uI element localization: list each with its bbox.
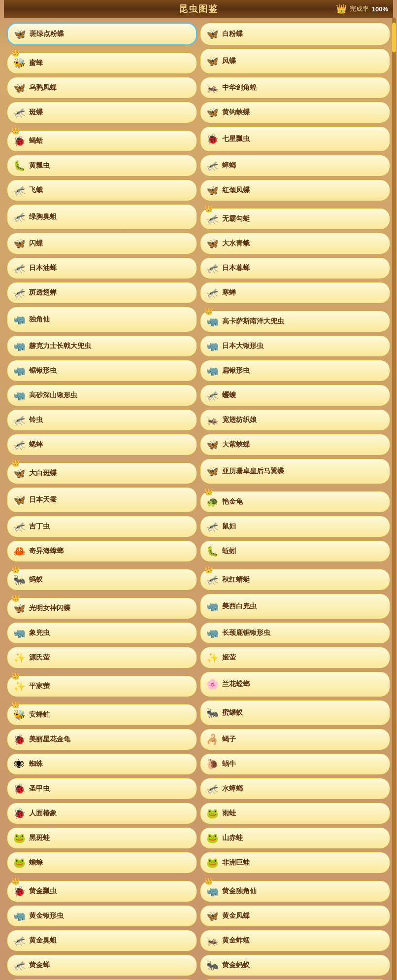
crown-small-icon: 👑 [11,877,20,885]
insect-item[interactable]: 🐸 山赤蛙 [200,827,390,849]
insect-item[interactable]: 🐸 蟾蜍 [7,852,197,874]
insect-item[interactable]: 🦟 日本暮蝉 [200,257,390,279]
insect-item[interactable]: 🐛 黄瓢虫 [7,155,197,176]
insect-item[interactable]: 🦏 黄金锹形虫 [7,905,197,927]
insect-item[interactable]: 👑 🦟 秋红蜻蜓 [200,569,390,591]
insect-item[interactable]: 🦗 中华剑角蝗 [200,77,390,99]
insect-item[interactable]: 👑 🦋 大白斑蝶 [7,462,197,484]
insect-name: 红颈凤蝶 [222,186,384,195]
insect-item[interactable]: 🦟 蟑螂 [200,155,390,176]
insect-item[interactable]: 👑 🐜 蚂蚁 [7,569,197,591]
insect-item[interactable]: 👑 🐞 黄金瓢虫 [7,880,197,902]
scrollbar-thumb[interactable] [392,23,396,52]
insect-item[interactable]: 🦋 黄钩蛱蝶 [200,102,390,123]
insect-item[interactable]: 👑 🐢 艳金龟 [200,491,390,513]
insect-item[interactable]: 🦟 铃虫 [7,409,197,431]
insect-item[interactable]: 🐞 美丽星花金龟 [7,729,197,750]
insect-item[interactable]: 🦏 独角仙 [7,307,197,332]
insect-item[interactable]: 🦟 寒蝉 [200,282,390,304]
insect-item[interactable]: 🦏 锯锹形虫 [7,360,197,382]
insect-icon: 🐞 [11,732,27,747]
insect-item[interactable]: 👑 🦏 高卡萨斯南洋大兜虫 [200,311,390,332]
insect-item[interactable]: 🌸 兰花螳螂 [200,671,390,697]
insect-item[interactable]: 🐸 雨蛙 [200,803,390,824]
insect-item[interactable]: 🦟 黄金臭蛆 [7,930,197,951]
insect-item[interactable]: 🦋 大紫蛱蝶 [200,434,390,455]
insect-item[interactable]: 🦗 宽翅纺织娘 [200,409,390,431]
insect-item[interactable]: 🦏 美西白兜虫 [200,594,390,619]
insect-item[interactable]: 👑 ✨ 平家萤 [7,675,197,697]
insect-item[interactable]: 🐸 非洲巨蛙 [200,852,390,874]
insect-item[interactable]: 👑 🐝 安蜂虻 [7,704,197,726]
insect-name: 黑斑蛙 [29,834,191,842]
insect-item[interactable]: 🦋 大水青蛾 [200,233,390,254]
insect-item[interactable]: 👑 🦏 黄金独角仙 [200,880,390,902]
insect-name: 闪蝶 [29,239,191,248]
insect-item[interactable]: 🐸 黑斑蛙 [7,827,197,849]
insect-item[interactable]: 🦋 乌鸦凤蝶 [7,77,197,99]
insect-item[interactable]: 🐜 蜜罐蚁 [200,700,390,726]
insect-icon: 🐞 [11,781,27,797]
insect-icon: 🦏 [204,314,220,329]
insect-item[interactable]: 🦋 斑绿点粉蝶 [7,23,197,45]
insect-item[interactable]: 🕷 蜘蛛 [7,753,197,775]
insect-item[interactable]: 🐞 圣甲虫 [7,778,197,800]
insect-item[interactable]: 🦟 黄金蝉 [7,954,197,976]
insect-name: 非洲巨蛙 [222,858,384,867]
insect-icon: 🦟 [204,519,220,534]
insect-item[interactable]: 👑 🦋 光明女神闪蝶 [7,597,197,619]
insect-item[interactable]: ✨ 姬萤 [200,647,390,668]
insect-name: 黄瓢虫 [29,161,191,170]
insect-item[interactable]: 🦏 长颈鹿锯锹形虫 [200,622,390,644]
insect-item[interactable]: 🦟 斑透翅蝉 [7,282,197,304]
insect-name: 蜜罐蚁 [222,708,384,717]
insect-item[interactable]: 🦟 水蟑螂 [200,778,390,800]
insect-name: 黄金蚱蜢 [222,936,384,945]
insect-item[interactable]: 🦋 红颈凤蝶 [200,179,390,201]
insect-item[interactable]: 🦏 扁锹形虫 [200,360,390,382]
insect-grid: 🦋 斑绿点粉蝶 🦋 白粉蝶 👑 🐝 蜜蜂 🦋 凤蝶 🦋 乌鸦凤蝶 🦗 中华剑角蝗… [4,21,393,980]
insect-icon: 🐞 [11,883,27,899]
insect-item[interactable]: 🦋 亚历珊卓皇后马翼蝶 [200,458,390,484]
insect-item[interactable]: 🦟 日本油蝉 [7,257,197,279]
insect-item[interactable]: 👑 🦟 无霸勾蜓 [200,208,390,230]
insect-item[interactable]: ✨ 源氏萤 [7,647,197,668]
insect-item[interactable]: 🦗 黄金蚱蜢 [200,930,390,951]
insect-item[interactable]: 👑 🐞 蝎蛞 [7,130,197,152]
insect-item[interactable]: 🐛 蚯蚓 [200,540,390,562]
insect-item[interactable]: 👑 🐝 蜜蜂 [7,52,197,74]
insect-item[interactable]: 🦟 蟋蟀 [7,434,197,455]
insect-name: 飞蛾 [29,186,191,195]
insect-item[interactable]: 🐞 人面椿象 [7,803,197,824]
insect-item[interactable]: 🦏 赫克力士长戟大兜虫 [7,335,197,357]
insect-item[interactable]: 🦏 高砂深山锹形虫 [7,385,197,406]
insect-item[interactable]: 🦟 绿胸臭蛆 [7,204,197,230]
insect-item[interactable]: 🦋 日本天蚕 [7,487,197,513]
insect-name: 蟾蜍 [29,858,191,867]
insect-item[interactable]: 🦋 黄金凤蝶 [200,905,390,927]
insect-name: 寒蝉 [222,288,384,297]
insect-item[interactable]: 🦟 鼠妇 [200,516,390,537]
insect-name: 蝎蛞 [29,137,191,145]
insect-item[interactable]: 🦂 蝎子 [200,729,390,750]
insect-item[interactable]: 🦏 日本大锹形虫 [200,335,390,357]
insect-name: 艳金龟 [222,497,384,506]
insect-item[interactable]: 🦟 斑蝶 [7,102,197,123]
insect-item[interactable]: 🦀 奇异海蟑螂 [7,540,197,562]
insect-item[interactable]: 🦟 吉丁虫 [7,516,197,537]
insect-icon: 🐜 [11,572,27,588]
insect-item[interactable]: 🦋 凤蝶 [200,48,390,74]
insect-item[interactable]: 🦟 飞蛾 [7,179,197,201]
insect-item[interactable]: 🦋 白粉蝶 [200,23,390,45]
insect-item[interactable]: 🦋 闪蝶 [7,233,197,254]
insect-name: 凤蝶 [222,57,384,66]
insect-name: 美丽星花金龟 [29,735,191,744]
scrollbar[interactable] [392,18,396,980]
insect-item[interactable]: 🦏 象兜虫 [7,622,197,644]
insect-item[interactable]: 🐞 七星瓢虫 [200,126,390,152]
insect-name: 蜜蜂 [29,59,191,68]
insect-item[interactable]: 🦟 蠼螋 [200,385,390,406]
insect-item[interactable]: 🐜 黄金蚂蚁 [200,954,390,976]
crown-small-icon: 👑 [204,488,213,495]
insect-item[interactable]: 🐌 蜗牛 [200,753,390,775]
